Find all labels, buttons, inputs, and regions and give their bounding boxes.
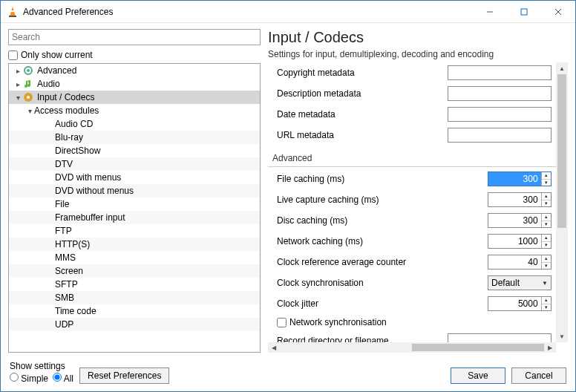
tree-item-leaf[interactable]: UDP bbox=[9, 318, 260, 331]
network-sync-row[interactable]: Network synchronisation bbox=[268, 314, 556, 330]
field-label: Clock synchronisation bbox=[277, 278, 488, 288]
network-sync-checkbox[interactable] bbox=[277, 318, 287, 327]
scroll-right-button[interactable]: ▶ bbox=[544, 342, 556, 353]
disc-caching-row: Disc caching (ms) ▲▼ bbox=[268, 210, 556, 231]
tree-label: Access modules bbox=[34, 105, 99, 116]
tree-label: DVD without menus bbox=[55, 186, 134, 196]
show-settings-label: Show settings bbox=[10, 361, 73, 371]
settings-horizontal-scrollbar[interactable]: ◀ ▶ bbox=[268, 342, 556, 353]
close-button[interactable] bbox=[541, 1, 575, 23]
svg-rect-2 bbox=[9, 16, 16, 17]
live-caching-spinner[interactable]: ▲▼ bbox=[488, 192, 552, 207]
record-dir-input[interactable] bbox=[448, 333, 552, 342]
tree-item-leaf[interactable]: Audio CD bbox=[9, 117, 260, 131]
tree-label: Input / Codecs bbox=[37, 92, 94, 102]
clock-jitter-spinner[interactable]: ▲▼ bbox=[488, 296, 552, 311]
url-metadata-input[interactable] bbox=[448, 128, 552, 143]
chevron-down-icon[interactable] bbox=[13, 94, 22, 102]
preferences-tree: Advanced Audio Input / Codecs Acc bbox=[8, 63, 261, 353]
save-button[interactable]: Save bbox=[451, 368, 505, 384]
music-note-icon bbox=[22, 78, 34, 90]
reset-preferences-button[interactable]: Reset Preferences bbox=[79, 368, 169, 384]
scroll-down-button[interactable]: ▼ bbox=[556, 330, 568, 342]
network-caching-row: Network caching (ms) ▲▼ bbox=[268, 231, 556, 252]
search-input[interactable] bbox=[8, 29, 261, 45]
tree-item-leaf[interactable]: SFTP bbox=[9, 278, 260, 291]
tree-item-leaf[interactable]: FTP bbox=[9, 224, 260, 238]
spinner-buttons[interactable]: ▲▼ bbox=[541, 193, 551, 206]
spinner-buttons[interactable]: ▲▼ bbox=[541, 255, 551, 269]
all-radio-label[interactable]: All bbox=[53, 373, 73, 384]
tree-item-leaf[interactable]: Time code bbox=[9, 304, 260, 318]
show-settings-group: Show settings Simple All bbox=[10, 361, 73, 384]
gear-icon bbox=[22, 65, 34, 76]
tree-item-audio[interactable]: Audio bbox=[9, 77, 260, 91]
tree-scroll[interactable]: Advanced Audio Input / Codecs Acc bbox=[9, 64, 260, 352]
description-metadata-input[interactable] bbox=[448, 86, 552, 101]
field-label: Description metadata bbox=[277, 88, 448, 99]
tree-label: UDP bbox=[55, 319, 73, 330]
tree-label: Framebuffer input bbox=[55, 212, 125, 223]
copyright-metadata-input[interactable] bbox=[448, 65, 552, 80]
file-caching-row: File caching (ms) ▲▼ bbox=[268, 169, 556, 189]
clock-ref-spinner[interactable]: ▲▼ bbox=[488, 255, 552, 270]
tree-item-leaf[interactable]: MMS bbox=[9, 251, 260, 264]
clock-sync-select[interactable]: Default▼ bbox=[488, 275, 552, 290]
spinner-buttons[interactable]: ▲▼ bbox=[541, 214, 551, 227]
description-metadata-row: Description metadata bbox=[268, 83, 556, 104]
scroll-left-button[interactable]: ◀ bbox=[268, 342, 280, 353]
field-label: Clock jitter bbox=[277, 298, 488, 309]
cancel-button[interactable]: Cancel bbox=[511, 368, 566, 384]
advanced-section-header: Advanced bbox=[268, 150, 556, 166]
tree-item-leaf[interactable]: Framebuffer input bbox=[9, 211, 260, 224]
page-description: Settings for input, demultiplexing, deco… bbox=[268, 49, 568, 59]
scroll-thumb[interactable] bbox=[557, 74, 566, 228]
tree-label: Advanced bbox=[37, 65, 76, 76]
only-show-current-row[interactable]: Only show current bbox=[8, 50, 261, 60]
clock-ref-row: Clock reference average counter ▲▼ bbox=[268, 252, 556, 272]
tree-label: DirectShow bbox=[55, 146, 100, 156]
maximize-button[interactable] bbox=[507, 1, 541, 23]
tree-item-leaf[interactable]: Blu-ray bbox=[9, 131, 260, 144]
only-show-current-label: Only show current bbox=[21, 50, 93, 60]
only-show-current-checkbox[interactable] bbox=[8, 50, 18, 60]
settings-vertical-scrollbar[interactable]: ▲ ▼ bbox=[556, 62, 568, 342]
tree-item-leaf[interactable]: DTV bbox=[9, 157, 260, 171]
tree-item-leaf[interactable]: File bbox=[9, 197, 260, 211]
tree-item-leaf[interactable]: DirectShow bbox=[9, 144, 260, 157]
simple-radio[interactable] bbox=[10, 373, 19, 382]
chevron-down-icon: ▼ bbox=[542, 280, 548, 287]
date-metadata-row: Date metadata bbox=[268, 104, 556, 125]
spinner-buttons[interactable]: ▲▼ bbox=[541, 297, 551, 310]
field-label: URL metadata bbox=[277, 130, 448, 140]
tree-item-leaf[interactable]: Screen bbox=[9, 264, 260, 278]
scroll-up-button[interactable]: ▲ bbox=[556, 62, 568, 74]
network-caching-spinner[interactable]: ▲▼ bbox=[488, 234, 552, 249]
all-radio[interactable] bbox=[53, 373, 62, 382]
disc-caching-spinner[interactable]: ▲▼ bbox=[488, 213, 552, 228]
scroll-thumb[interactable] bbox=[412, 344, 544, 351]
tree-item-advanced[interactable]: Advanced bbox=[9, 64, 260, 77]
tree-item-leaf[interactable]: HTTP(S) bbox=[9, 238, 260, 251]
chevron-down-icon[interactable] bbox=[25, 107, 34, 115]
tree-item-input-codecs[interactable]: Input / Codecs bbox=[9, 91, 260, 104]
tree-label: Audio bbox=[37, 79, 60, 89]
chevron-right-icon[interactable] bbox=[13, 67, 22, 75]
tree-label: Screen bbox=[55, 266, 83, 276]
tree-item-leaf[interactable]: SMB bbox=[9, 291, 260, 304]
chevron-right-icon[interactable] bbox=[13, 80, 22, 88]
simple-radio-label[interactable]: Simple bbox=[10, 373, 48, 384]
spinner-buttons[interactable]: ▲▼ bbox=[541, 172, 551, 186]
vlc-icon bbox=[7, 6, 19, 18]
minimize-button[interactable] bbox=[473, 1, 507, 23]
tree-item-access-modules[interactable]: Access modules bbox=[9, 104, 260, 117]
disc-icon bbox=[22, 91, 34, 103]
tree-label: SMB bbox=[55, 293, 74, 303]
settings-panel: Copyright metadata Description metadata … bbox=[268, 62, 568, 353]
date-metadata-input[interactable] bbox=[448, 107, 552, 122]
window-title: Advanced Preferences bbox=[23, 7, 473, 17]
spinner-buttons[interactable]: ▲▼ bbox=[541, 235, 551, 248]
tree-item-leaf[interactable]: DVD without menus bbox=[9, 184, 260, 197]
tree-item-leaf[interactable]: DVD with menus bbox=[9, 171, 260, 184]
file-caching-spinner[interactable]: ▲▼ bbox=[488, 172, 552, 186]
